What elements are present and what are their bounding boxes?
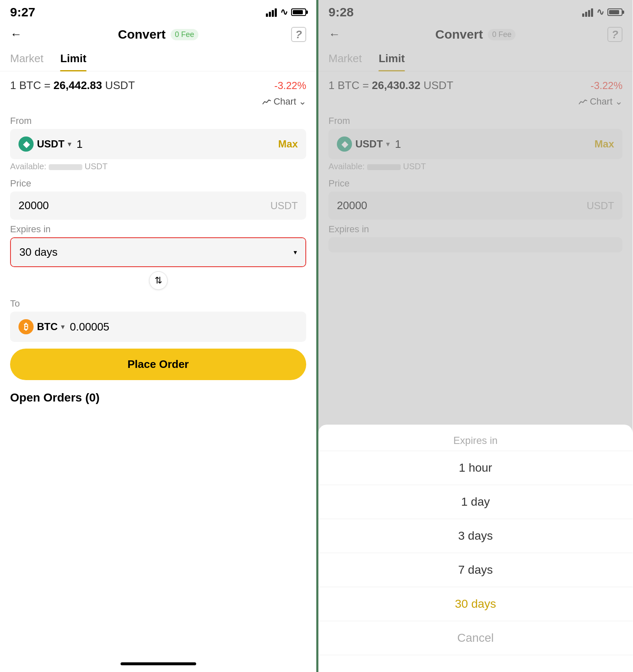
price-row-left: USDT bbox=[10, 192, 306, 220]
time-left: 9:27 bbox=[10, 5, 35, 19]
rate-text-left: 1 BTC = 26,442.83 USDT bbox=[10, 79, 135, 92]
picker-item-3days[interactable]: 3 days bbox=[318, 519, 633, 553]
from-chevron-left: ▾ bbox=[68, 139, 71, 149]
from-currency-selector-left[interactable]: ◆ USDT ▾ bbox=[18, 136, 71, 152]
btc-icon-left: ₿ bbox=[18, 319, 34, 334]
picker-item-cancel[interactable]: Cancel bbox=[318, 621, 633, 655]
available-text-left: Available: USDT bbox=[0, 159, 316, 174]
price-label-left: Price bbox=[0, 174, 316, 192]
to-currency-left: BTC bbox=[37, 321, 58, 333]
swap-row-left: ⇅ bbox=[0, 267, 316, 294]
place-order-button-left[interactable]: Place Order bbox=[10, 349, 306, 380]
rate-row-left: 1 BTC = 26,442.83 USDT -3.22% bbox=[0, 71, 316, 94]
expires-chevron-left: ▾ bbox=[294, 248, 297, 256]
header-title-left: Convert 0 Fee bbox=[118, 27, 198, 42]
expires-input-row-left[interactable]: 30 days ▾ bbox=[11, 238, 305, 266]
tab-market-left[interactable]: Market bbox=[10, 46, 43, 71]
price-unit-left: USDT bbox=[271, 200, 298, 212]
open-orders-left: Open Orders (0) bbox=[0, 387, 316, 409]
tab-limit-left[interactable]: Limit bbox=[60, 46, 86, 71]
fee-badge-left: 0 Fee bbox=[171, 29, 198, 40]
picker-item-1hour[interactable]: 1 hour bbox=[318, 451, 633, 485]
max-button-left[interactable]: Max bbox=[278, 138, 298, 150]
expires-label-outer-left: Expires in bbox=[0, 220, 316, 237]
wifi-icon: ∿ bbox=[280, 7, 288, 18]
picker-item-1day[interactable]: 1 day bbox=[318, 485, 633, 519]
swap-button-left[interactable]: ⇅ bbox=[149, 271, 168, 290]
right-panel: 9:28 ∿ ← Convert 0 Fee ? Market Li bbox=[316, 0, 633, 672]
to-amount-input-left[interactable] bbox=[70, 320, 298, 333]
rate-change-left: -3.22% bbox=[274, 80, 306, 92]
signal-icon bbox=[266, 8, 277, 17]
left-panel: 9:27 ∿ ← Convert 0 Fee ? Market Li bbox=[0, 0, 316, 672]
status-icons-left: ∿ bbox=[266, 7, 306, 18]
from-label-left: From bbox=[0, 111, 316, 129]
picker-item-30days[interactable]: 30 days bbox=[318, 587, 633, 621]
from-currency-left: USDT bbox=[37, 138, 64, 150]
back-button-left[interactable]: ← bbox=[10, 28, 22, 41]
to-input-row-left: ₿ BTC ▾ bbox=[10, 312, 306, 342]
to-currency-selector-left[interactable]: ₿ BTC ▾ bbox=[18, 319, 65, 334]
available-blur-left bbox=[49, 164, 82, 170]
picker-title-right: Expires in bbox=[318, 425, 633, 451]
chart-row-left: Chart ⌄ bbox=[0, 94, 316, 111]
expires-value-left: 30 days bbox=[19, 246, 294, 259]
home-indicator-left bbox=[121, 662, 196, 665]
to-chevron-left: ▾ bbox=[61, 322, 65, 331]
from-input-row-left: ◆ USDT ▾ Max bbox=[10, 129, 306, 159]
price-input-left[interactable] bbox=[18, 199, 271, 212]
battery-icon bbox=[291, 8, 306, 16]
tabs-left: Market Limit bbox=[0, 46, 316, 71]
help-icon-left[interactable]: ? bbox=[291, 27, 306, 42]
picker-item-7days[interactable]: 7 days bbox=[318, 553, 633, 587]
picker-sheet-right: Expires in 1 hour 1 day 3 days 7 days 30… bbox=[318, 425, 633, 672]
to-label-left: To bbox=[0, 294, 316, 312]
from-amount-input-left[interactable] bbox=[76, 138, 273, 151]
chart-icon-left bbox=[263, 98, 271, 105]
usdt-icon-left: ◆ bbox=[18, 136, 34, 152]
chart-button-left[interactable]: Chart ⌄ bbox=[263, 96, 306, 107]
header-left: ← Convert 0 Fee ? bbox=[0, 23, 316, 46]
status-bar-left: 9:27 ∿ bbox=[0, 0, 316, 23]
expires-section-left: 30 days ▾ bbox=[10, 237, 306, 267]
convert-title-left: Convert bbox=[118, 27, 165, 42]
